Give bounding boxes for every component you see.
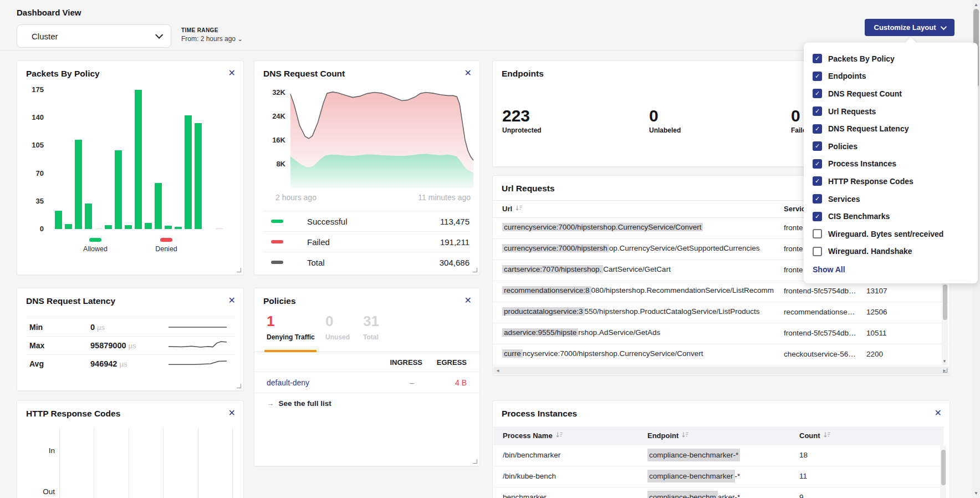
menu-item[interactable]: ✓Policies bbox=[813, 138, 978, 155]
close-icon[interactable]: ✕ bbox=[465, 295, 472, 306]
close-icon[interactable]: ✕ bbox=[228, 408, 236, 418]
checkbox-icon[interactable] bbox=[813, 247, 822, 256]
menu-item-label: Packets By Policy bbox=[828, 54, 895, 63]
scroll-down-icon[interactable]: ▼ bbox=[942, 359, 947, 364]
checkbox-icon[interactable]: ✓ bbox=[813, 106, 822, 116]
process-name-cell: /bin/kube-bench bbox=[503, 472, 556, 480]
scrollbar-thumb[interactable] bbox=[941, 450, 946, 485]
sort-icon[interactable] bbox=[824, 431, 831, 440]
count-cell: 9 bbox=[799, 493, 804, 498]
menu-item[interactable]: ✓Endpoints bbox=[813, 68, 978, 85]
sort-icon[interactable] bbox=[682, 431, 689, 440]
table-header: Process Name Endpoint Count bbox=[493, 426, 943, 445]
close-icon[interactable]: ✕ bbox=[935, 408, 942, 418]
sort-icon[interactable] bbox=[556, 431, 563, 440]
view-select-dropdown[interactable]: Cluster bbox=[17, 24, 171, 48]
horizontal-scrollbar[interactable]: ◄ ► bbox=[493, 367, 949, 374]
checkbox-icon[interactable]: ✓ bbox=[813, 212, 822, 221]
menu-item[interactable]: ✓Url Requests bbox=[813, 103, 978, 120]
table-row[interactable]: /bin/benchmarker compliance-benchmarker-… bbox=[493, 445, 943, 466]
time-range-value[interactable]: From: 2 hours ago ⌄ bbox=[181, 35, 243, 43]
menu-item[interactable]: Wireguard. Handshake bbox=[813, 243, 978, 261]
table-row[interactable]: benchmarker compliance-benchmarker-* 9 bbox=[493, 487, 943, 498]
column-header-process-name[interactable]: Process Name bbox=[503, 431, 563, 440]
scroll-down-icon[interactable]: ▼ bbox=[974, 491, 978, 496]
checkbox-icon[interactable]: ✓ bbox=[813, 72, 822, 81]
bar-chart bbox=[50, 90, 236, 229]
legend-row: Total 304,686 bbox=[263, 252, 471, 272]
policy-stat-total[interactable]: 31 Total bbox=[363, 313, 379, 341]
close-icon[interactable]: ✕ bbox=[465, 68, 472, 78]
table-row[interactable]: currencyservice:7000/hipstershop.Currenc… bbox=[493, 344, 950, 365]
url-cell: recommendationservice:8080/hipstershop.R… bbox=[502, 286, 778, 294]
table-row[interactable]: adservice:9555/hipstershop.AdService/Get… bbox=[493, 323, 950, 344]
menu-item[interactable]: ✓HTTP Response Codes bbox=[813, 172, 978, 190]
resize-handle-icon[interactable] bbox=[473, 459, 477, 464]
card-title: Url Requests bbox=[502, 184, 555, 194]
table-row[interactable]: recommendationservice:8080/hipstershop.R… bbox=[493, 281, 950, 302]
table-row[interactable]: productcatalogservice:3550/hipstershop.P… bbox=[493, 302, 950, 323]
menu-item[interactable]: ✓Process Instances bbox=[813, 155, 978, 173]
column-header-ingress: INGRESS bbox=[390, 358, 422, 367]
see-full-list-link[interactable]: →See the full list bbox=[267, 399, 331, 408]
checkbox-icon[interactable]: ✓ bbox=[813, 124, 822, 134]
latency-row: Avg 946942 µs bbox=[26, 354, 234, 373]
sort-icon[interactable] bbox=[515, 205, 523, 213]
time-range[interactable]: TIME RANGE From: 2 hours ago ⌄ bbox=[181, 27, 243, 43]
close-icon[interactable]: ✕ bbox=[228, 295, 236, 306]
menu-item[interactable]: ✓DNS Request Count bbox=[813, 85, 978, 103]
scroll-up-icon[interactable]: ▲ bbox=[974, 2, 978, 7]
endpoint-cell: compliance-benchmarker-* bbox=[647, 472, 740, 480]
scroll-left-icon[interactable]: ◄ bbox=[496, 368, 500, 373]
checkbox-icon[interactable]: ✓ bbox=[813, 194, 822, 204]
column-header-url[interactable]: Url bbox=[502, 205, 523, 213]
count-cell: 13107 bbox=[866, 287, 905, 295]
bar-allowed bbox=[145, 223, 152, 229]
checkbox-icon[interactable]: ✓ bbox=[813, 176, 822, 186]
bar-allowed bbox=[155, 183, 162, 229]
column-header-endpoint[interactable]: Endpoint bbox=[647, 431, 689, 440]
resize-handle-icon[interactable] bbox=[943, 368, 947, 373]
close-icon[interactable]: ✕ bbox=[228, 68, 236, 78]
chevron-down-icon: ⌄ bbox=[237, 35, 242, 42]
menu-item[interactable]: ✓Services bbox=[813, 190, 978, 208]
latency-row: Max 95879000 µs bbox=[26, 336, 234, 354]
menu-item-label: Url Requests bbox=[828, 107, 876, 116]
bar-allowed bbox=[115, 150, 122, 229]
policy-link[interactable]: default-deny bbox=[267, 378, 309, 387]
show-all-link[interactable]: Show All bbox=[813, 265, 978, 274]
endpoint-cell: compliance-benchmarker-* bbox=[647, 451, 740, 459]
resize-handle-icon[interactable] bbox=[237, 384, 241, 388]
customize-layout-button[interactable]: Customize Layout bbox=[865, 19, 955, 36]
policy-stat-denying-traffic[interactable]: 1 Denying Traffic bbox=[267, 313, 315, 341]
resize-handle-icon[interactable] bbox=[473, 268, 477, 272]
checkbox-icon[interactable]: ✓ bbox=[813, 141, 822, 151]
policy-stat-unused[interactable]: 0 Unused bbox=[325, 313, 350, 341]
menu-item[interactable]: ✓Packets By Policy bbox=[813, 50, 978, 68]
resize-handle-icon[interactable] bbox=[237, 268, 241, 272]
checkbox-icon[interactable]: ✓ bbox=[813, 89, 822, 98]
table-row[interactable]: /bin/kube-bench compliance-benchmarker-*… bbox=[493, 466, 943, 487]
y-tick-label: 0 bbox=[17, 225, 44, 233]
checkbox-icon[interactable]: ✓ bbox=[813, 54, 822, 63]
divider bbox=[254, 393, 479, 393]
url-cell: adservice:9555/hipstershop.AdService/Get… bbox=[502, 328, 778, 337]
sparkline bbox=[169, 358, 227, 370]
checkbox-icon[interactable]: ✓ bbox=[813, 159, 822, 169]
vertical-scrollbar[interactable] bbox=[940, 445, 946, 498]
scrollbar-thumb[interactable] bbox=[943, 284, 947, 320]
menu-caret bbox=[905, 37, 916, 48]
menu-item[interactable]: ✓DNS Request Latency bbox=[813, 120, 978, 138]
customize-layout-menu: ✓Packets By Policy✓Endpoints✓DNS Request… bbox=[804, 43, 978, 283]
legend-swatch bbox=[271, 240, 283, 243]
bar-allowed bbox=[125, 225, 132, 229]
menu-item[interactable]: Wireguard. Bytes sent/received bbox=[813, 225, 978, 243]
bar-allowed bbox=[135, 90, 142, 229]
bar-allowed bbox=[55, 211, 62, 229]
menu-items: ✓Packets By Policy✓Endpoints✓DNS Request… bbox=[813, 50, 978, 260]
latency-value: 0 bbox=[90, 323, 95, 332]
menu-item[interactable]: ✓CIS Benchmarks bbox=[813, 207, 978, 225]
column-header-count[interactable]: Count bbox=[799, 431, 831, 440]
service-cell: frontend-5fc5754db… bbox=[784, 329, 862, 337]
checkbox-icon[interactable] bbox=[813, 229, 822, 238]
